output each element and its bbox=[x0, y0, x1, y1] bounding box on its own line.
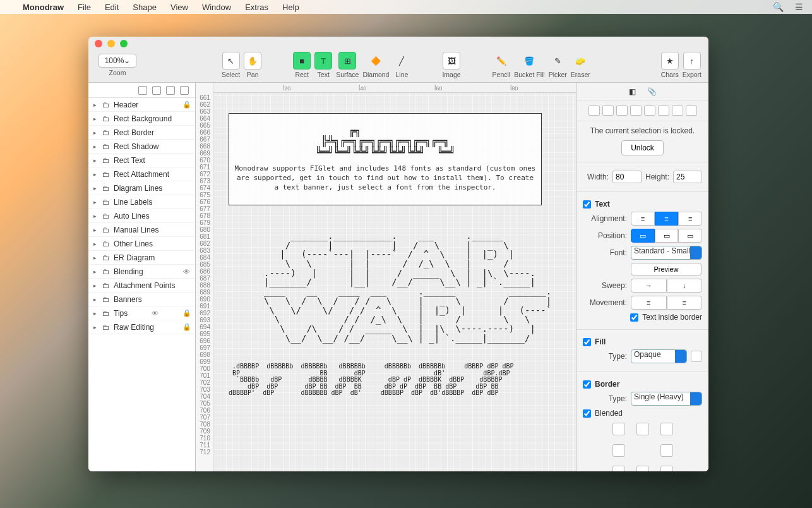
lock-icon[interactable]: 🔒 bbox=[182, 100, 190, 109]
layer-other-lines[interactable]: ▸🗀Other Lines bbox=[88, 237, 195, 251]
border-l[interactable] bbox=[612, 444, 625, 457]
line-tool[interactable]: ╱ bbox=[393, 52, 410, 70]
unlock-button[interactable]: Unlock bbox=[621, 140, 664, 155]
align-left[interactable] bbox=[588, 106, 600, 116]
layer-rect-shadow[interactable]: ▸🗀Rect Shadow bbox=[88, 140, 195, 154]
layer-rect-border[interactable]: ▸🗀Rect Border bbox=[88, 126, 195, 140]
close-button[interactable] bbox=[95, 40, 102, 47]
hidden-icon[interactable]: 👁 bbox=[152, 310, 158, 317]
border-bl[interactable] bbox=[612, 466, 625, 471]
menu-window[interactable]: Window bbox=[202, 3, 231, 12]
lock-icon[interactable]: 🔒 bbox=[182, 309, 190, 317]
layer-diagram-lines[interactable]: ▸🗀Diagram Lines bbox=[88, 181, 195, 195]
menu-extras[interactable]: Extras bbox=[245, 3, 268, 12]
menu-edit[interactable]: Edit bbox=[105, 3, 119, 12]
image-tool[interactable]: 🖼 bbox=[443, 52, 460, 70]
disclosure-triangle-icon[interactable]: ▸ bbox=[93, 324, 99, 330]
layer-auto-lines[interactable]: ▸🗀Auto Lines bbox=[88, 209, 195, 223]
layer-manual-lines[interactable]: ▸🗀Manual Lines bbox=[88, 223, 195, 237]
inspector-tab-shape[interactable]: ◧ bbox=[629, 87, 636, 96]
figlet-big-ascii[interactable]: .dBBBBP dBBBBBb dBBBBBb dBBBBBb dBBBBBb … bbox=[229, 363, 514, 397]
sidebar-icon-4[interactable] bbox=[180, 86, 189, 95]
zoom-stepper[interactable]: 100% ⌄ bbox=[99, 54, 136, 68]
layer-rect-attachment[interactable]: ▸🗀Rect Attachment bbox=[88, 167, 195, 181]
minimize-button[interactable] bbox=[107, 40, 115, 47]
align-text-left[interactable]: ≡ bbox=[631, 212, 655, 226]
move-r[interactable]: ≡ bbox=[667, 296, 703, 310]
width-input[interactable] bbox=[612, 171, 642, 183]
align-right[interactable] bbox=[616, 106, 628, 116]
menu-view[interactable]: View bbox=[170, 3, 188, 12]
starwars-ascii[interactable]: _______.___________. ___ .______ / | | /… bbox=[264, 231, 551, 342]
canvas[interactable]: |20 |40 |60 |80 ╔╗ ╠╩╗╔═╗╔═╗╔═╗╔═╗╔═╗╔═╗… bbox=[213, 83, 576, 471]
sidebar-icon-1[interactable] bbox=[138, 86, 147, 95]
disclosure-triangle-icon[interactable]: ▸ bbox=[93, 116, 99, 122]
menu-extras-icon[interactable]: ☰ bbox=[795, 2, 803, 12]
border-section-check[interactable] bbox=[583, 380, 591, 389]
align-text-center[interactable]: ≡ bbox=[655, 212, 679, 226]
layer-blending[interactable]: ▸🗀Blending👁 bbox=[88, 265, 195, 279]
move-l[interactable]: ≡ bbox=[631, 296, 667, 310]
sidebar-icon-2[interactable] bbox=[152, 86, 161, 95]
rect-tool[interactable]: ■ bbox=[293, 52, 311, 70]
height-input[interactable] bbox=[673, 171, 702, 183]
fill-type-select[interactable]: Opaque bbox=[631, 349, 687, 363]
diamond-tool[interactable]: 🔶 bbox=[367, 52, 385, 70]
disclosure-triangle-icon[interactable]: ▸ bbox=[93, 296, 99, 303]
menubar-app-name[interactable]: Monodraw bbox=[23, 3, 64, 12]
disclosure-triangle-icon[interactable]: ▸ bbox=[93, 157, 99, 164]
disclosure-triangle-icon[interactable]: ▸ bbox=[93, 213, 99, 219]
border-t[interactable] bbox=[636, 423, 649, 435]
disclosure-triangle-icon[interactable]: ▸ bbox=[93, 130, 99, 136]
fill-section-check[interactable] bbox=[583, 338, 591, 346]
sweep-h[interactable]: → bbox=[631, 279, 667, 293]
layer-attachment-points[interactable]: ▸🗀Attachment Points bbox=[88, 279, 195, 293]
align-vcenter[interactable] bbox=[644, 106, 655, 116]
layer-rect-text[interactable]: ▸🗀Rect Text bbox=[88, 154, 195, 167]
surface-tool[interactable]: ⊞ bbox=[338, 52, 356, 70]
eraser-tool[interactable]: 🧽 bbox=[571, 52, 589, 70]
position-top[interactable]: ▭ bbox=[631, 229, 655, 243]
hidden-icon[interactable]: 👁 bbox=[183, 268, 190, 275]
layer-rect-background[interactable]: ▸🗀Rect Background bbox=[88, 112, 195, 126]
select-tool[interactable]: ↖ bbox=[222, 52, 240, 70]
layer-tips[interactable]: ▸🗀Tips👁🔒 bbox=[88, 306, 195, 320]
disclosure-triangle-icon[interactable]: ▸ bbox=[93, 282, 99, 289]
layer-raw-editing[interactable]: ▸🗀Raw Editing🔒 bbox=[88, 320, 195, 334]
disclosure-triangle-icon[interactable]: ▸ bbox=[93, 143, 99, 150]
layer-header[interactable]: ▸🗀Header🔒 bbox=[88, 98, 195, 112]
bucket-tool[interactable]: 🪣 bbox=[520, 52, 538, 70]
sweep-v[interactable]: ↓ bbox=[667, 279, 703, 293]
border-r[interactable] bbox=[660, 444, 673, 457]
banner-shape[interactable]: ╔╗ ╠╩╗╔═╗╔═╗╔═╗╔═╗╔═╗╔═╗ ╚═╝╚═╝╚╩╝╚╩╝╚╩╝… bbox=[229, 113, 542, 205]
lock-icon[interactable]: 🔒 bbox=[182, 323, 190, 331]
disclosure-triangle-icon[interactable]: ▸ bbox=[93, 185, 99, 191]
spotlight-icon[interactable]: 🔍 bbox=[773, 2, 784, 12]
disclosure-triangle-icon[interactable]: ▸ bbox=[93, 241, 99, 247]
border-b[interactable] bbox=[636, 466, 649, 471]
distribute-h[interactable] bbox=[672, 106, 683, 116]
disclosure-triangle-icon[interactable]: ▸ bbox=[93, 310, 99, 317]
border-type-select[interactable]: Single (Heavy) bbox=[631, 392, 702, 406]
disclosure-triangle-icon[interactable]: ▸ bbox=[93, 171, 99, 178]
fill-swatch[interactable] bbox=[691, 351, 702, 362]
menu-help[interactable]: Help bbox=[282, 3, 299, 12]
position-bottom[interactable]: ▭ bbox=[678, 229, 702, 243]
sidebar-icon-3[interactable] bbox=[166, 86, 175, 95]
border-tl[interactable] bbox=[612, 423, 625, 435]
pan-tool[interactable]: ✋ bbox=[244, 52, 261, 70]
preview-button[interactable]: Preview bbox=[631, 263, 702, 275]
text-inside-check[interactable] bbox=[630, 313, 638, 322]
pencil-tool[interactable]: ✏️ bbox=[493, 52, 510, 70]
border-tr[interactable] bbox=[660, 423, 673, 435]
zoom-button[interactable] bbox=[120, 40, 128, 47]
layer-banners[interactable]: ▸🗀Banners bbox=[88, 293, 195, 306]
disclosure-triangle-icon[interactable]: ▸ bbox=[93, 227, 99, 233]
position-middle[interactable]: ▭ bbox=[655, 229, 679, 243]
disclosure-triangle-icon[interactable]: ▸ bbox=[93, 255, 99, 261]
export-button[interactable]: ↑ bbox=[683, 52, 701, 70]
layer-er-diagram[interactable]: ▸🗀ER Diagram bbox=[88, 251, 195, 265]
align-bottom[interactable] bbox=[658, 106, 669, 116]
chars-button[interactable]: ★ bbox=[661, 52, 679, 70]
text-tool[interactable]: T bbox=[314, 52, 332, 70]
